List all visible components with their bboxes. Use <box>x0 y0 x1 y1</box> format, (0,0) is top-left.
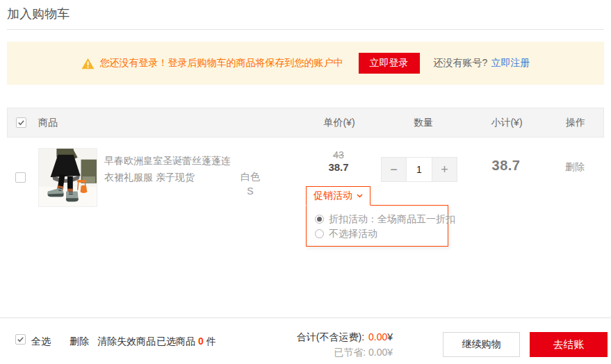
clear-invalid-items-link[interactable]: 清除失效商品 <box>97 336 156 348</box>
select-all-label[interactable]: 全选 <box>31 336 51 348</box>
selected-suffix: 件 <box>206 336 216 347</box>
selected-prefix: 已选商品 <box>156 336 195 347</box>
selected-count-badge: 0 <box>198 336 204 347</box>
quantity-increase-button[interactable]: + <box>432 158 457 181</box>
product-color: 白色 <box>229 169 271 184</box>
login-warning-banner: 您还没有登录！登录后购物车的商品将保存到您的账户中 立即登录 还没有账号? 立即… <box>7 42 604 85</box>
no-account-text: 还没有账号? <box>434 57 488 69</box>
cart-table-header: 商品 单价(¥) 数量 小计(¥) 操作 <box>7 108 604 138</box>
selected-count-text: 已选商品0件 <box>156 336 216 348</box>
saved-label: 已节省: <box>334 347 368 358</box>
quantity-stepper: − + <box>381 157 457 182</box>
radio-unselected-icon[interactable] <box>315 229 324 238</box>
product-photo-child-dress <box>39 149 97 206</box>
login-now-button[interactable]: 立即登录 <box>359 53 420 74</box>
total-value: 0.00 <box>368 331 387 342</box>
delete-item-link[interactable]: 删除 <box>551 161 599 174</box>
title-divider <box>7 29 604 30</box>
promotion-dropdown-panel: 折扣活动：全场商品五一折扣 不选择活动 <box>306 205 448 247</box>
warning-triangle-icon <box>81 58 95 69</box>
check-icon <box>17 336 24 343</box>
checkout-button[interactable]: 去结账 <box>530 332 608 357</box>
select-all-header-checkbox[interactable] <box>16 117 26 128</box>
product-thumbnail[interactable] <box>38 148 97 207</box>
radio-selected-icon[interactable] <box>315 215 324 224</box>
total-currency: ¥ <box>387 331 393 342</box>
continue-shopping-button[interactable]: 继续购物 <box>443 332 520 357</box>
header-unit-price: 单价(¥) <box>304 108 374 137</box>
header-subtotal: 小计(¥) <box>472 108 541 137</box>
total-label: 合计(不含运费): <box>297 331 367 342</box>
product-title-link[interactable]: 早春欧洲皇室圣诞蕾丝蓬蓬连衣裙礼服服 亲子现货 <box>104 152 235 185</box>
promotion-option-label: 折扣活动：全场商品五一折扣 <box>329 213 455 226</box>
promotion-option-none[interactable]: 不选择活动 <box>315 226 448 241</box>
item-checkbox[interactable] <box>15 172 26 183</box>
header-quantity: 数量 <box>389 108 458 137</box>
page-title: 加入购物车 <box>7 6 70 22</box>
product-size: S <box>229 184 271 199</box>
original-price: 43 <box>304 149 373 160</box>
current-price: 38.7 <box>304 161 373 173</box>
cart-total: 合计(不含运费): 0.00¥ <box>254 331 393 344</box>
cart-footer-bar: 全选 删除 清除失效商品 已选商品0件 合计(不含运费): 0.00¥ 已节省:… <box>0 318 611 364</box>
chevron-down-icon <box>357 194 363 198</box>
promotion-option-label: 不选择活动 <box>329 228 377 240</box>
header-action: 操作 <box>551 108 600 137</box>
product-sku: 白色 S <box>229 169 271 199</box>
promotion-option-discount[interactable]: 折扣活动：全场商品五一折扣 <box>315 212 448 226</box>
check-icon <box>17 119 25 126</box>
shopping-cart-page: 加入购物车 您还没有登录！登录后购物车的商品将保存到您的账户中 立即登录 还没有… <box>0 0 611 364</box>
header-product: 商品 <box>38 108 58 137</box>
select-all-footer-checkbox[interactable] <box>15 334 26 345</box>
saved-value: 0.00¥ <box>368 347 393 358</box>
delete-selected-link[interactable]: 删除 <box>70 336 89 348</box>
promotion-label: 促销活动 <box>313 190 352 202</box>
unit-price-cell: 43 38.7 <box>304 149 373 173</box>
quantity-decrease-button[interactable]: − <box>382 158 407 181</box>
login-warning-text: 您还没有登录！登录后购物车的商品将保存到您的账户中 <box>100 57 343 69</box>
quantity-input[interactable] <box>407 158 432 181</box>
item-subtotal: 38.7 <box>471 158 541 174</box>
promotion-dropdown-toggle[interactable]: 促销活动 <box>306 186 370 206</box>
cart-saved: 已节省: 0.00¥ <box>254 347 393 359</box>
register-now-link[interactable]: 立即注册 <box>491 57 530 69</box>
